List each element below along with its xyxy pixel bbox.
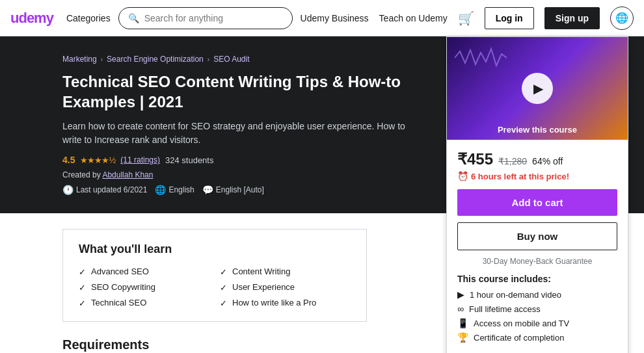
play-icon: ▶ xyxy=(533,81,543,96)
student-count: 324 students xyxy=(165,155,213,165)
creator-link[interactable]: Abdullah Khan xyxy=(102,170,153,179)
learn-grid: ✓ Advanced SEO ✓ Content Writing ✓ SEO C… xyxy=(79,267,351,308)
course-title: Technical SEO Content Writing Tips & How… xyxy=(62,72,440,112)
teach-link[interactable]: Teach on Udemy xyxy=(379,13,448,23)
hero-content: Marketing › Search Engine Optimization ›… xyxy=(62,55,440,195)
search-bar[interactable]: 🔍 xyxy=(118,7,293,29)
guarantee-text: 30-Day Money-Back Guarantee xyxy=(457,257,617,266)
lifetime-icon: ∞ xyxy=(457,304,464,314)
categories-button[interactable]: Categories xyxy=(66,13,111,23)
card-preview[interactable]: ▶ Preview this course xyxy=(447,37,628,140)
breadcrumb-arrow-1: › xyxy=(101,56,103,63)
caption-icon: 💬 xyxy=(202,185,213,195)
last-updated: 🕐 Last updated 6/2021 xyxy=(62,185,147,195)
globe-icon: 🌐 xyxy=(615,12,628,24)
rating-count[interactable]: (11 ratings) xyxy=(120,155,160,164)
meta-row: 🕐 Last updated 6/2021 🌐 English 💬 Englis… xyxy=(62,185,440,195)
language-button[interactable]: 🌐 xyxy=(610,7,634,30)
card-body: ₹455 ₹1,280 64% off ⏰ 6 hours left at th… xyxy=(447,140,628,353)
language-text: English xyxy=(168,185,194,194)
requirements-title: Requirements xyxy=(62,337,367,352)
preview-label: Preview this course xyxy=(447,125,628,135)
discount-label: 64% off xyxy=(532,156,563,166)
main-content: What you'll learn ✓ Advanced SEO ✓ Conte… xyxy=(0,213,429,353)
learn-item-1: ✓ Advanced SEO xyxy=(79,267,209,277)
include-certificate-text: Certificate of completion xyxy=(474,333,564,343)
original-price: ₹1,280 xyxy=(498,156,527,166)
include-item-lifetime: ∞ Full lifetime access xyxy=(457,304,617,314)
check-icon-3: ✓ xyxy=(79,298,86,308)
video-icon: ▶ xyxy=(457,289,464,300)
breadcrumb-seo[interactable]: Search Engine Optimization xyxy=(107,55,204,64)
language-icon: 🌐 xyxy=(155,185,166,195)
breadcrumb-seo-audit[interactable]: SEO Audit xyxy=(213,55,249,64)
caption-meta: 💬 English [Auto] xyxy=(202,185,264,195)
login-button[interactable]: Log in xyxy=(485,7,534,29)
course-card: ▶ Preview this course ₹455 ₹1,280 64% of… xyxy=(446,36,628,353)
creator-label: Created by xyxy=(62,170,101,179)
check-icon-2: ✓ xyxy=(79,283,86,293)
search-icon: 🔍 xyxy=(128,13,139,23)
certificate-icon: 🏆 xyxy=(457,332,468,343)
timer-row: ⏰ 6 hours left at this price! xyxy=(457,171,617,181)
include-lifetime-text: Full lifetime access xyxy=(469,304,541,314)
clock-icon: 🕐 xyxy=(62,185,74,195)
include-item-video: ▶ 1 hour on-demand video xyxy=(457,289,617,300)
learn-text-4: Content Writing xyxy=(232,267,290,276)
include-mobile-text: Access on mobile and TV xyxy=(474,319,569,328)
learn-text-3: Technical SEO xyxy=(91,298,146,307)
check-icon-4: ✓ xyxy=(220,267,227,277)
check-icon-1: ✓ xyxy=(79,267,86,277)
creator-row: Created by Abdullah Khan xyxy=(62,170,440,179)
breadcrumb-arrow-2: › xyxy=(208,56,209,63)
include-item-certificate: 🏆 Certificate of completion xyxy=(457,332,617,343)
navbar: udemy Categories 🔍 Udemy Business Teach … xyxy=(0,0,644,36)
learn-text-6: How to write like a Pro xyxy=(232,298,316,307)
add-to-cart-button[interactable]: Add to cart xyxy=(457,189,617,216)
current-price: ₹455 xyxy=(457,150,493,168)
breadcrumb: Marketing › Search Engine Optimization ›… xyxy=(62,55,440,64)
nav-right: Udemy Business Teach on Udemy 🛒 Log in S… xyxy=(301,7,634,30)
language-meta: 🌐 English xyxy=(155,185,194,195)
learn-text-2: SEO Copywriting xyxy=(91,282,155,292)
waveform-graphic xyxy=(455,45,507,71)
includes-title: This course includes: xyxy=(457,274,617,284)
learn-item-6: ✓ How to write like a Pro xyxy=(220,298,351,308)
course-description: Learn how to create content for SEO stra… xyxy=(62,120,427,147)
learn-text-1: Advanced SEO xyxy=(91,267,149,276)
learn-item-2: ✓ SEO Copywriting xyxy=(79,282,209,293)
learn-text-5: User Experience xyxy=(232,282,295,292)
mobile-icon: 📱 xyxy=(457,318,468,328)
learn-title: What you'll learn xyxy=(79,242,351,256)
signup-button[interactable]: Sign up xyxy=(544,7,600,29)
star-icons: ★★★★½ xyxy=(80,155,115,165)
caption-text: English [Auto] xyxy=(216,185,264,194)
learn-box: What you'll learn ✓ Advanced SEO ✓ Conte… xyxy=(62,229,367,322)
cart-icon[interactable]: 🛒 xyxy=(458,10,474,26)
rating-number: 4.5 xyxy=(62,155,75,165)
udemy-business-link[interactable]: Udemy Business xyxy=(301,13,369,23)
includes-list: ▶ 1 hour on-demand video ∞ Full lifetime… xyxy=(457,289,617,343)
learn-item-3: ✓ Technical SEO xyxy=(79,298,209,308)
price-row: ₹455 ₹1,280 64% off xyxy=(457,150,617,168)
play-button[interactable]: ▶ xyxy=(522,73,553,104)
include-video-text: 1 hour on-demand video xyxy=(470,290,561,300)
buy-now-button[interactable]: Buy now xyxy=(457,222,617,250)
check-icon-6: ✓ xyxy=(220,298,227,308)
learn-item-5: ✓ User Experience xyxy=(220,282,351,293)
alarm-icon: ⏰ xyxy=(457,171,468,181)
breadcrumb-marketing[interactable]: Marketing xyxy=(62,55,97,64)
timer-text: 6 hours left at this price! xyxy=(471,172,569,181)
udemy-logo[interactable]: udemy xyxy=(10,10,53,27)
include-item-mobile: 📱 Access on mobile and TV xyxy=(457,318,617,328)
check-icon-5: ✓ xyxy=(220,283,227,293)
search-input[interactable] xyxy=(144,13,283,23)
rating-row: 4.5 ★★★★½ (11 ratings) 324 students xyxy=(62,155,440,165)
hero-section: Marketing › Search Engine Optimization ›… xyxy=(0,36,644,213)
learn-item-4: ✓ Content Writing xyxy=(220,267,351,277)
last-updated-text: Last updated 6/2021 xyxy=(76,185,147,194)
requirements-section: Requirements Content Writing Experience xyxy=(62,337,367,353)
